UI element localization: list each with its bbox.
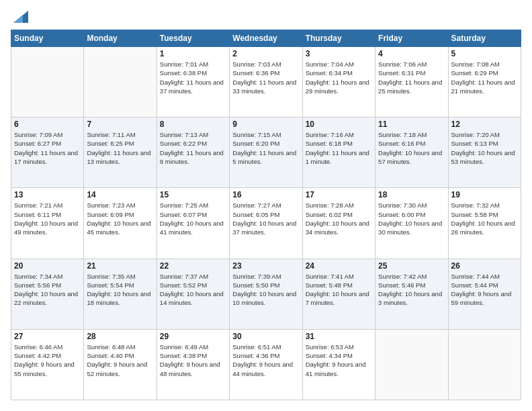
- calendar-cell: [84, 47, 157, 118]
- calendar-week-row: 27Sunrise: 6:46 AM Sunset: 4:42 PM Dayli…: [11, 329, 521, 400]
- day-info: Sunrise: 7:03 AM Sunset: 6:36 PM Dayligh…: [232, 60, 299, 95]
- calendar-cell: 30Sunrise: 6:51 AM Sunset: 4:36 PM Dayli…: [230, 329, 302, 400]
- day-number: 7: [87, 120, 153, 129]
- calendar-cell: 3Sunrise: 7:04 AM Sunset: 6:34 PM Daylig…: [302, 47, 375, 118]
- calendar-header-row: SundayMondayTuesdayWednesdayThursdayFrid…: [11, 30, 521, 47]
- calendar-cell: 18Sunrise: 7:30 AM Sunset: 6:00 PM Dayli…: [375, 188, 448, 259]
- day-info: Sunrise: 7:30 AM Sunset: 6:00 PM Dayligh…: [378, 201, 445, 236]
- calendar-cell: 1Sunrise: 7:01 AM Sunset: 6:38 PM Daylig…: [157, 47, 229, 118]
- calendar-cell: 10Sunrise: 7:16 AM Sunset: 6:18 PM Dayli…: [302, 118, 375, 188]
- calendar-cell: 20Sunrise: 7:34 AM Sunset: 5:56 PM Dayli…: [11, 259, 84, 329]
- calendar-cell: 22Sunrise: 7:37 AM Sunset: 5:52 PM Dayli…: [157, 259, 229, 329]
- day-number: 3: [306, 49, 372, 58]
- day-info: Sunrise: 7:09 AM Sunset: 6:27 PM Dayligh…: [14, 130, 81, 166]
- day-info: Sunrise: 7:32 AM Sunset: 5:58 PM Dayligh…: [451, 201, 518, 236]
- day-number: 10: [306, 120, 372, 129]
- day-number: 15: [160, 190, 226, 199]
- day-info: Sunrise: 7:16 AM Sunset: 6:18 PM Dayligh…: [306, 130, 372, 166]
- calendar-cell: 5Sunrise: 7:08 AM Sunset: 6:29 PM Daylig…: [448, 47, 521, 118]
- day-header-sunday: Sunday: [11, 30, 84, 47]
- day-info: Sunrise: 7:42 AM Sunset: 5:46 PM Dayligh…: [378, 272, 445, 308]
- calendar-cell: 4Sunrise: 7:06 AM Sunset: 6:31 PM Daylig…: [375, 47, 448, 118]
- day-info: Sunrise: 7:41 AM Sunset: 5:48 PM Dayligh…: [306, 272, 372, 308]
- day-number: 27: [14, 332, 81, 341]
- day-info: Sunrise: 7:44 AM Sunset: 5:44 PM Dayligh…: [451, 272, 518, 308]
- day-info: Sunrise: 7:35 AM Sunset: 5:54 PM Dayligh…: [87, 272, 153, 308]
- day-number: 1: [160, 49, 226, 58]
- day-number: 12: [451, 120, 518, 129]
- day-header-monday: Monday: [84, 30, 157, 47]
- day-info: Sunrise: 7:18 AM Sunset: 6:16 PM Dayligh…: [378, 130, 445, 166]
- calendar-cell: [375, 329, 448, 400]
- day-number: 5: [451, 49, 518, 58]
- calendar-week-row: 6Sunrise: 7:09 AM Sunset: 6:27 PM Daylig…: [11, 118, 521, 188]
- calendar-cell: 8Sunrise: 7:13 AM Sunset: 6:22 PM Daylig…: [157, 118, 229, 188]
- day-number: 25: [378, 261, 445, 271]
- day-info: Sunrise: 7:25 AM Sunset: 6:07 PM Dayligh…: [160, 201, 226, 236]
- day-info: Sunrise: 7:04 AM Sunset: 6:34 PM Dayligh…: [306, 60, 372, 95]
- day-info: Sunrise: 6:49 AM Sunset: 4:38 PM Dayligh…: [160, 342, 226, 378]
- day-header-thursday: Thursday: [302, 30, 375, 47]
- calendar-cell: 15Sunrise: 7:25 AM Sunset: 6:07 PM Dayli…: [157, 188, 229, 259]
- calendar-cell: 14Sunrise: 7:23 AM Sunset: 6:09 PM Dayli…: [84, 188, 157, 259]
- day-number: 19: [451, 190, 518, 199]
- calendar-week-row: 20Sunrise: 7:34 AM Sunset: 5:56 PM Dayli…: [11, 259, 521, 329]
- calendar-cell: 23Sunrise: 7:39 AM Sunset: 5:50 PM Dayli…: [230, 259, 302, 329]
- day-info: Sunrise: 7:08 AM Sunset: 6:29 PM Dayligh…: [451, 60, 518, 95]
- day-number: 20: [14, 261, 81, 271]
- calendar-cell: 26Sunrise: 7:44 AM Sunset: 5:44 PM Dayli…: [448, 259, 521, 329]
- logo-icon: [13, 11, 28, 23]
- day-number: 11: [378, 120, 445, 129]
- day-info: Sunrise: 7:27 AM Sunset: 6:05 PM Dayligh…: [232, 201, 299, 236]
- day-info: Sunrise: 7:37 AM Sunset: 5:52 PM Dayligh…: [160, 272, 226, 308]
- day-number: 28: [87, 332, 153, 341]
- day-number: 22: [160, 261, 226, 271]
- calendar-cell: 9Sunrise: 7:15 AM Sunset: 6:20 PM Daylig…: [230, 118, 302, 188]
- day-number: 17: [306, 190, 372, 199]
- day-number: 21: [87, 261, 153, 271]
- day-number: 26: [451, 261, 518, 271]
- day-header-wednesday: Wednesday: [230, 30, 302, 47]
- logo: [11, 11, 28, 23]
- day-number: 8: [160, 120, 226, 129]
- calendar-table: SundayMondayTuesdayWednesdayThursdayFrid…: [11, 30, 521, 400]
- day-number: 6: [14, 120, 81, 129]
- calendar-cell: [11, 47, 84, 118]
- day-info: Sunrise: 6:51 AM Sunset: 4:36 PM Dayligh…: [232, 342, 299, 378]
- day-info: Sunrise: 7:20 AM Sunset: 6:13 PM Dayligh…: [451, 130, 518, 166]
- day-info: Sunrise: 7:28 AM Sunset: 6:02 PM Dayligh…: [306, 201, 372, 236]
- calendar-cell: 21Sunrise: 7:35 AM Sunset: 5:54 PM Dayli…: [84, 259, 157, 329]
- day-info: Sunrise: 7:21 AM Sunset: 6:11 PM Dayligh…: [14, 201, 81, 236]
- calendar-cell: [448, 329, 521, 400]
- day-info: Sunrise: 7:06 AM Sunset: 6:31 PM Dayligh…: [378, 60, 445, 95]
- day-number: 13: [14, 190, 81, 199]
- day-number: 18: [378, 190, 445, 199]
- day-header-tuesday: Tuesday: [157, 30, 229, 47]
- calendar-cell: 17Sunrise: 7:28 AM Sunset: 6:02 PM Dayli…: [302, 188, 375, 259]
- calendar-cell: 6Sunrise: 7:09 AM Sunset: 6:27 PM Daylig…: [11, 118, 84, 188]
- day-header-friday: Friday: [375, 30, 448, 47]
- day-number: 23: [232, 261, 299, 271]
- page: SundayMondayTuesdayWednesdayThursdayFrid…: [0, 0, 532, 411]
- day-info: Sunrise: 7:34 AM Sunset: 5:56 PM Dayligh…: [14, 272, 81, 308]
- calendar-cell: 16Sunrise: 7:27 AM Sunset: 6:05 PM Dayli…: [230, 188, 302, 259]
- calendar-week-row: 1Sunrise: 7:01 AM Sunset: 6:38 PM Daylig…: [11, 47, 521, 118]
- calendar-cell: 11Sunrise: 7:18 AM Sunset: 6:16 PM Dayli…: [375, 118, 448, 188]
- day-number: 14: [87, 190, 153, 199]
- calendar-cell: 7Sunrise: 7:11 AM Sunset: 6:25 PM Daylig…: [84, 118, 157, 188]
- day-number: 2: [232, 49, 299, 58]
- calendar-cell: 24Sunrise: 7:41 AM Sunset: 5:48 PM Dayli…: [302, 259, 375, 329]
- calendar-cell: 25Sunrise: 7:42 AM Sunset: 5:46 PM Dayli…: [375, 259, 448, 329]
- day-number: 30: [232, 332, 299, 341]
- calendar-cell: 2Sunrise: 7:03 AM Sunset: 6:36 PM Daylig…: [230, 47, 302, 118]
- calendar-cell: 19Sunrise: 7:32 AM Sunset: 5:58 PM Dayli…: [448, 188, 521, 259]
- day-number: 31: [306, 332, 372, 341]
- day-number: 16: [232, 190, 299, 199]
- day-info: Sunrise: 6:53 AM Sunset: 4:34 PM Dayligh…: [306, 342, 372, 378]
- calendar-cell: 28Sunrise: 6:48 AM Sunset: 4:40 PM Dayli…: [84, 329, 157, 400]
- calendar-cell: 29Sunrise: 6:49 AM Sunset: 4:38 PM Dayli…: [157, 329, 229, 400]
- calendar-cell: 12Sunrise: 7:20 AM Sunset: 6:13 PM Dayli…: [448, 118, 521, 188]
- day-info: Sunrise: 6:48 AM Sunset: 4:40 PM Dayligh…: [87, 342, 153, 378]
- day-number: 9: [232, 120, 299, 129]
- day-info: Sunrise: 7:15 AM Sunset: 6:20 PM Dayligh…: [232, 130, 299, 166]
